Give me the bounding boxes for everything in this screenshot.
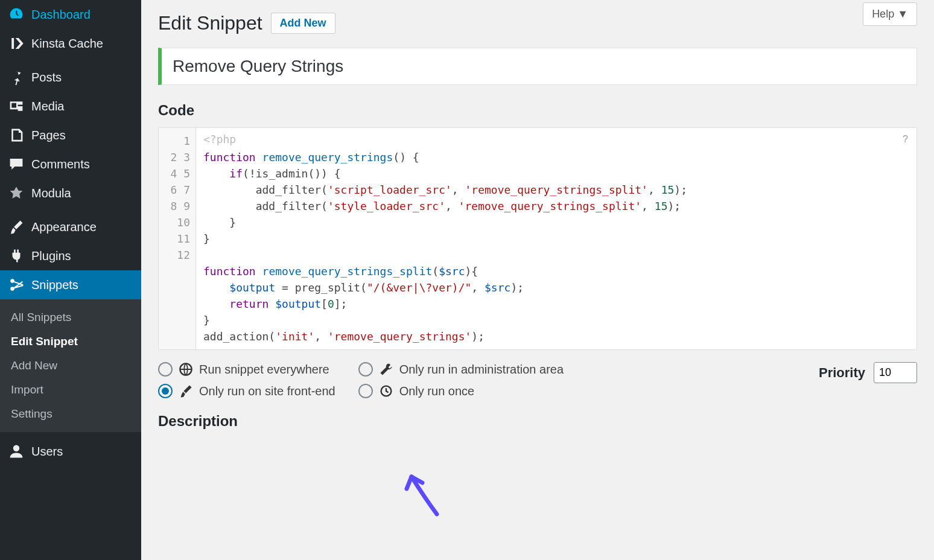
code-content[interactable]: function remove_query_strings() { if(!is… <box>196 128 917 349</box>
submenu-item-settings[interactable]: Settings <box>0 402 141 426</box>
users-icon <box>8 444 24 459</box>
sidebar-item-kinsta-cache[interactable]: Kinsta Cache <box>0 29 141 58</box>
sidebar-item-snippets[interactable]: Snippets <box>0 270 141 299</box>
sidebar-item-dashboard[interactable]: Dashboard <box>0 0 141 29</box>
sidebar-item-users[interactable]: Users <box>0 437 141 466</box>
snippet-title-input[interactable]: Remove Query Strings <box>158 48 917 85</box>
line-numbers: 1 2 3 4 5 6 7 8 9 10 11 12 <box>159 128 196 349</box>
svg-point-0 <box>10 279 14 283</box>
comments-icon <box>8 156 24 172</box>
pages-icon <box>8 127 24 143</box>
clock-icon <box>379 384 393 398</box>
sidebar-submenu: All SnippetsEdit SnippetAdd NewImportSet… <box>0 299 141 432</box>
radio-icon <box>358 362 373 377</box>
scope-option-only-run-in-administration-area[interactable]: Only run in administration area <box>358 362 564 377</box>
priority-label: Priority <box>819 365 865 381</box>
code-heading: Code <box>158 102 917 119</box>
radio-icon <box>158 384 173 398</box>
sidebar-item-comments[interactable]: Comments <box>0 150 141 179</box>
modula-icon <box>8 185 24 201</box>
wrench-icon <box>379 362 393 377</box>
brush-icon <box>8 219 24 235</box>
main-content: Help ▼ Edit Snippet Add New Remove Query… <box>141 0 934 560</box>
brush-icon <box>179 384 193 398</box>
radio-icon <box>358 384 373 398</box>
svg-point-1 <box>10 287 14 291</box>
kinsta-icon <box>8 36 24 51</box>
priority-field: Priority <box>819 362 917 383</box>
description-heading: Description <box>158 413 917 430</box>
scope-options: Run snippet everywhereOnly run in admini… <box>158 362 564 398</box>
admin-sidebar: DashboardKinsta CachePostsMediaPagesComm… <box>0 0 141 560</box>
globe-icon <box>179 362 193 377</box>
radio-icon <box>158 362 173 377</box>
add-new-button[interactable]: Add New <box>271 13 335 34</box>
chevron-down-icon: ▼ <box>897 8 908 20</box>
php-opening-hint: <?php <box>203 133 236 145</box>
submenu-item-edit-snippet[interactable]: Edit Snippet <box>0 329 141 354</box>
sidebar-item-modula[interactable]: Modula <box>0 179 141 208</box>
scope-option-only-run-on-site-front-end[interactable]: Only run on site front-end <box>158 384 335 398</box>
media-icon <box>8 98 24 114</box>
page-title: Edit Snippet <box>158 12 262 34</box>
submenu-item-all-snippets[interactable]: All Snippets <box>0 305 141 329</box>
svg-point-2 <box>13 445 19 451</box>
sidebar-item-media[interactable]: Media <box>0 92 141 121</box>
plug-icon <box>8 248 24 264</box>
submenu-item-add-new[interactable]: Add New <box>0 354 141 378</box>
priority-input[interactable] <box>874 362 917 383</box>
submenu-item-import[interactable]: Import <box>0 378 141 402</box>
help-icon[interactable]: ? <box>903 134 908 145</box>
sidebar-item-plugins[interactable]: Plugins <box>0 241 141 270</box>
sidebar-item-posts[interactable]: Posts <box>0 63 141 92</box>
help-tab[interactable]: Help ▼ <box>863 2 917 26</box>
pin-icon <box>8 69 24 85</box>
code-editor[interactable]: <?php ? 1 2 3 4 5 6 7 8 9 10 11 12 funct… <box>158 127 917 350</box>
annotation-arrow <box>401 465 455 519</box>
sidebar-item-pages[interactable]: Pages <box>0 121 141 150</box>
scope-option-only-run-once[interactable]: Only run once <box>358 384 564 398</box>
scissors-icon <box>8 277 24 293</box>
scope-option-run-snippet-everywhere[interactable]: Run snippet everywhere <box>158 362 335 377</box>
dashboard-icon <box>8 7 24 22</box>
sidebar-item-appearance[interactable]: Appearance <box>0 212 141 241</box>
